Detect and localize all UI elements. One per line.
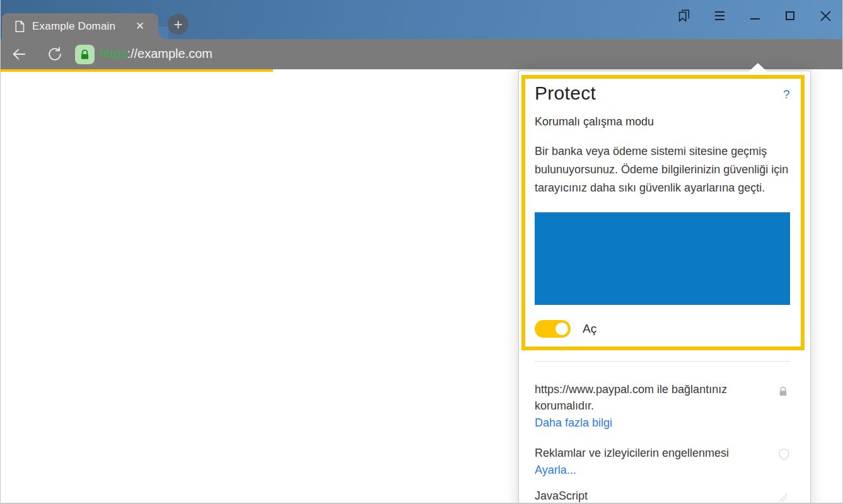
menu-icon[interactable]: [702, 2, 737, 30]
secure-lock-icon[interactable]: [75, 45, 95, 64]
back-button[interactable]: [9, 45, 29, 63]
tab-curve: [158, 26, 168, 39]
protected-mode-toggle[interactable]: [535, 320, 571, 338]
shield-outline-icon: [777, 447, 791, 462]
new-tab-button[interactable]: +: [168, 14, 189, 35]
minimize-button[interactable]: [737, 2, 772, 30]
more-info-link[interactable]: Daha fazla bilgi: [535, 416, 612, 430]
browser-window: Example Domain ✕ +: [0, 0, 843, 504]
protect-popup: Protect ? Korumalı çalışma modu Bir bank…: [518, 71, 811, 504]
protected-mode-title: Korumalı çalışma modu: [535, 115, 654, 129]
tab-title: Example Domain: [32, 20, 115, 33]
tab-close-icon[interactable]: ✕: [133, 19, 147, 33]
protected-mode-description: Bir banka veya ödeme sistemi sitesine ge…: [535, 142, 791, 197]
toolbar: https://example.com 2 Korumalı çalışma m…: [0, 39, 843, 69]
close-button[interactable]: [808, 2, 843, 30]
collections-icon[interactable]: [666, 2, 702, 30]
url-rest: ://example.com: [127, 47, 212, 60]
reload-button[interactable]: [45, 45, 64, 63]
toggle-knob: [555, 323, 568, 335]
javascript-text: JavaScript: [535, 488, 746, 504]
configure-link[interactable]: Ayarla...: [535, 464, 576, 477]
connection-secure-text: https://www.paypal.com ile bağlantınız k…: [535, 381, 746, 414]
lock-icon: [777, 385, 789, 398]
divider: [535, 361, 790, 362]
popup-title: Protect: [535, 83, 596, 104]
toggle-label: Aç: [583, 322, 596, 336]
illustration-placeholder: [535, 212, 790, 305]
popup-caret: [749, 63, 767, 71]
javascript-icon: [777, 492, 789, 503]
help-icon[interactable]: ?: [783, 88, 790, 101]
window-controls: [666, 0, 843, 32]
page-favicon-icon: [14, 20, 25, 33]
address-bar[interactable]: https://example.com: [100, 47, 212, 61]
maximize-button[interactable]: [772, 2, 808, 30]
titlebar: Example Domain ✕ +: [0, 0, 843, 39]
browser-tab[interactable]: Example Domain ✕: [2, 13, 158, 39]
ad-blocking-text: Reklamlar ve izleyicilerin engellenmesi: [535, 445, 768, 461]
url-scheme: https: [100, 47, 127, 60]
